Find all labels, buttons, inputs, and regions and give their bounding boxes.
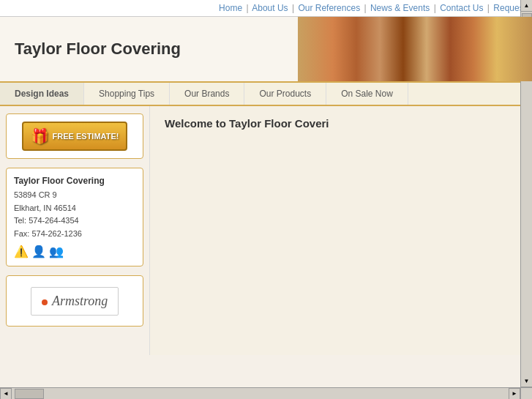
warning-icon: ⚠️: [14, 245, 29, 258]
nav-about[interactable]: About Us: [252, 3, 288, 13]
gift-icon: 🎁: [31, 127, 49, 145]
contact-address1: 53894 CR 9: [14, 189, 135, 202]
sep1: |: [246, 3, 248, 13]
navigation-tabs: Design Ideas Shopping Tips Our Brands Ou…: [0, 83, 532, 106]
sidebar: 🎁 FREE ESTIMATE! Taylor Floor Covering 5…: [0, 106, 150, 355]
free-estimate-button[interactable]: 🎁 FREE ESTIMATE!: [22, 122, 128, 151]
banner-image: [298, 17, 532, 82]
tab-our-products[interactable]: Our Products: [244, 83, 326, 105]
tab-our-brands[interactable]: Our Brands: [170, 83, 244, 105]
armstrong-logo-box: Armstrong: [6, 275, 143, 327]
content-area: Welcome to Taylor Floor Coveri: [150, 106, 532, 355]
nav-news[interactable]: News & Events: [370, 3, 430, 13]
sep3: |: [364, 3, 366, 13]
sep5: |: [487, 3, 490, 13]
tab-on-sale-now[interactable]: On Sale Now: [326, 83, 408, 105]
contact-tel: Tel: 574-264-4354: [14, 215, 135, 228]
sep2: |: [292, 3, 294, 13]
contact-icons: ⚠️ 👤 👥: [14, 245, 135, 258]
main-content: 🎁 FREE ESTIMATE! Taylor Floor Covering 5…: [0, 106, 532, 355]
contact-company-name: Taylor Floor Covering: [14, 176, 135, 186]
header-banner: [298, 17, 532, 82]
free-estimate-box: 🎁 FREE ESTIMATE!: [6, 113, 143, 159]
scroll-up-button[interactable]: ▲: [521, 0, 533, 12]
tab-design-ideas[interactable]: Design Ideas: [0, 83, 84, 105]
group-icon: 👥: [49, 245, 64, 258]
armstrong-logo: Armstrong: [31, 287, 119, 316]
person-icon: 👤: [31, 245, 46, 258]
site-title: Taylor Floor Covering: [15, 40, 283, 59]
welcome-heading: Welcome to Taylor Floor Coveri: [165, 117, 517, 130]
contact-info-box: Taylor Floor Covering 53894 CR 9 Elkhart…: [6, 168, 143, 266]
tab-shopping-tips[interactable]: Shopping Tips: [84, 83, 170, 105]
sep4: |: [434, 3, 436, 13]
free-estimate-label: FREE ESTIMATE!: [53, 132, 119, 141]
contact-fax: Fax: 574-262-1236: [14, 228, 135, 241]
header-title-area: Taylor Floor Covering: [0, 25, 298, 73]
nav-references[interactable]: Our References: [298, 3, 360, 13]
top-navigation: Home | About Us | Our References | News …: [0, 0, 532, 17]
nav-home[interactable]: Home: [219, 3, 242, 13]
armstrong-swoosh: [42, 299, 48, 305]
armstrong-label: Armstrong: [52, 294, 108, 308]
contact-city-state-zip: Elkhart, IN 46514: [14, 202, 135, 215]
nav-contact[interactable]: Contact Us: [440, 3, 483, 13]
site-header: Taylor Floor Covering: [0, 17, 532, 83]
